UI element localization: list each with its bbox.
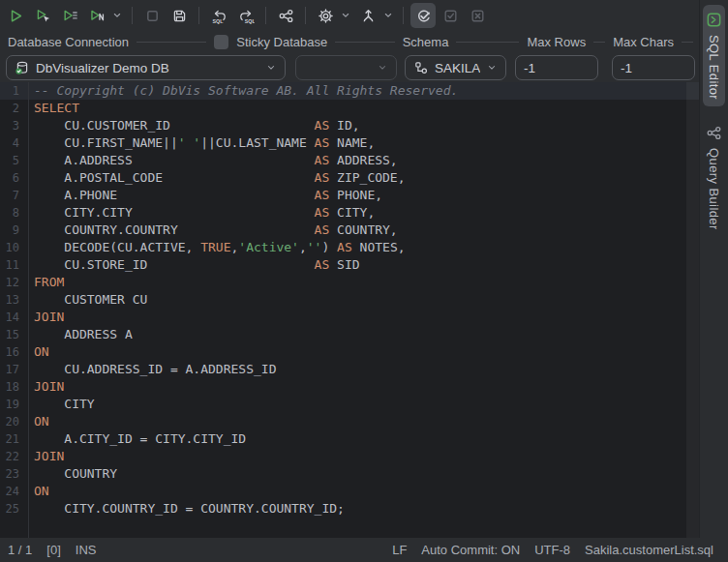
circle-check-icon — [415, 8, 432, 24]
line-text: A.ADDRESS AS ADDRESS, — [28, 152, 398, 169]
max-rows-input[interactable] — [524, 61, 590, 75]
line-number: 19 — [0, 396, 28, 413]
editor-options-button[interactable] — [313, 3, 338, 28]
code-line-20[interactable]: 20ON — [0, 413, 699, 430]
execute-explain-dropdown-chevron[interactable] — [110, 3, 124, 28]
editor-scrollbar[interactable] — [686, 82, 699, 538]
divider-line — [335, 42, 394, 43]
database-connection-label: Database Connection — [8, 35, 129, 49]
divider-line — [682, 42, 693, 43]
max-chars-label: Max Chars — [613, 35, 674, 49]
database-connection-select[interactable]: DbVisualizer Demo DB — [6, 55, 286, 80]
toolbar-separator — [198, 7, 199, 24]
code-line-24[interactable]: 24ON — [0, 483, 699, 500]
line-number: 21 — [0, 430, 28, 448]
code-line-4[interactable]: 4 CU.FIRST_NAME||' '||CU.LAST_NAME AS NA… — [0, 134, 699, 152]
rollback-button[interactable] — [465, 3, 490, 28]
sticky-database-checkbox[interactable] — [214, 35, 228, 49]
code-line-17[interactable]: 17 CU.ADDRESS_ID = A.ADDRESS_ID — [0, 361, 699, 378]
max-chars-input[interactable] — [621, 61, 686, 75]
code-line-16[interactable]: 16ON — [0, 343, 699, 361]
line-number: 13 — [0, 291, 28, 309]
tab-query-builder[interactable]: Query Builder — [703, 118, 725, 237]
chevron-down-icon — [340, 10, 351, 21]
line-number: 14 — [0, 309, 28, 326]
code-line-23[interactable]: 23 COUNTRY — [0, 465, 699, 483]
line-number: 4 — [0, 134, 28, 152]
code-line-18[interactable]: 18JOIN — [0, 378, 699, 396]
line-number: 6 — [0, 169, 28, 187]
stop-button[interactable] — [139, 3, 165, 28]
toolbar-separator — [305, 7, 306, 24]
editor-options-dropdown-chevron[interactable] — [339, 3, 352, 28]
code-line-7[interactable]: 7 A.PHONE AS PHONE, — [0, 187, 699, 204]
max-rows-field-wrap — [515, 55, 598, 80]
line-text: CU.FIRST_NAME||' '||CU.LAST_NAME AS NAME… — [28, 134, 375, 152]
transaction-isolation-dropdown-chevron[interactable] — [381, 3, 395, 28]
code-line-22[interactable]: 22JOIN — [0, 448, 699, 465]
schema-select[interactable]: SAKILA — [405, 55, 506, 80]
max-rows-label: Max Rows — [527, 35, 586, 49]
save-button[interactable] — [167, 3, 192, 28]
line-text: COUNTRY.COUNTRY AS COUNTRY, — [28, 222, 398, 239]
file-name: Sakila.customerList.sql — [585, 543, 713, 557]
line-text: ON — [28, 413, 49, 430]
transaction-isolation-button[interactable] — [355, 3, 380, 28]
caret-position: 1 / 1 — [8, 543, 32, 557]
tab-sql-editor[interactable]: SQL Editor — [703, 5, 725, 106]
code-line-11[interactable]: 11 CU.STORE_ID AS SID — [0, 256, 699, 274]
status-left: 1 / 1 [0] INS — [8, 543, 96, 557]
execute-explain-button[interactable] — [84, 3, 109, 28]
code-line-25[interactable]: 25 CITY.COUNTRY_ID = COUNTRY.COUNTRY_ID; — [0, 500, 699, 518]
connection-labels-row: Database Connection Sticky Database Sche… — [0, 31, 699, 53]
code-line-10[interactable]: 10 DECODE(CU.ACTIVE, TRUE,'Active','') A… — [0, 239, 699, 256]
code-lines: 1-- Copyright (c) DbVis Software AB. All… — [0, 82, 699, 518]
line-text: ADDRESS A — [28, 326, 133, 343]
code-line-19[interactable]: 19 CITY — [0, 396, 699, 413]
execute-current-button[interactable] — [30, 3, 55, 28]
sql-undo-button[interactable]: SQL — [206, 3, 231, 28]
line-text: A.PHONE AS PHONE, — [28, 187, 382, 204]
code-line-2[interactable]: 2SELECT — [0, 100, 699, 117]
sql-editor-icon — [706, 12, 722, 28]
left-column: SQLSQL Database Connection Sticky Databa… — [0, 0, 699, 538]
sticky-database-label: Sticky Database — [236, 35, 327, 49]
toolbar-separator — [403, 7, 404, 24]
chevron-down-icon — [486, 62, 498, 74]
chevron-down-icon — [382, 10, 394, 21]
auto-commit-toggle-button[interactable] — [410, 3, 436, 28]
line-number: 12 — [0, 274, 28, 291]
line-ending: LF — [392, 543, 407, 557]
commit-button[interactable] — [438, 3, 463, 28]
line-number: 20 — [0, 413, 28, 430]
code-line-3[interactable]: 3 CU.CUSTOMER_ID AS ID, — [0, 117, 699, 134]
line-number: 1 — [0, 82, 28, 100]
code-line-6[interactable]: 6 A.POSTAL_CODE AS ZIP_CODE, — [0, 169, 699, 187]
line-number: 23 — [0, 465, 28, 483]
code-line-8[interactable]: 8 CITY.CITY AS CITY, — [0, 204, 699, 222]
line-text: JOIN — [28, 309, 64, 326]
code-line-5[interactable]: 5 A.ADDRESS AS ADDRESS, — [0, 152, 699, 169]
execute-button[interactable] — [3, 3, 28, 28]
line-text: CITY.CITY AS CITY, — [28, 204, 375, 222]
code-line-1[interactable]: 1-- Copyright (c) DbVis Software AB. All… — [0, 82, 699, 100]
divider-line — [593, 42, 605, 43]
chevron-down-icon — [265, 62, 277, 74]
tab-sql-editor-label: SQL Editor — [707, 35, 721, 100]
sticky-database-select[interactable] — [295, 55, 397, 80]
query-builder-button[interactable] — [273, 3, 298, 28]
line-number: 7 — [0, 187, 28, 204]
code-line-9[interactable]: 9 COUNTRY.COUNTRY AS COUNTRY, — [0, 222, 699, 239]
code-line-12[interactable]: 12FROM — [0, 274, 699, 291]
code-line-14[interactable]: 14JOIN — [0, 309, 699, 326]
database-connection-value: DbVisualizer Demo DB — [36, 61, 259, 75]
code-line-13[interactable]: 13 CUSTOMER CU — [0, 291, 699, 309]
code-line-21[interactable]: 21 A.CITY_ID = CITY.CITY_ID — [0, 430, 699, 448]
tab-query-builder-label: Query Builder — [707, 148, 721, 230]
sql-editor-area[interactable]: 1-- Copyright (c) DbVis Software AB. All… — [0, 82, 699, 538]
sql-redo-button[interactable]: SQL — [233, 3, 258, 28]
code-line-15[interactable]: 15 ADDRESS A — [0, 326, 699, 343]
execute-buffer-button[interactable] — [57, 3, 82, 28]
save-icon — [171, 8, 188, 24]
schema-value: SAKILA — [435, 61, 480, 75]
